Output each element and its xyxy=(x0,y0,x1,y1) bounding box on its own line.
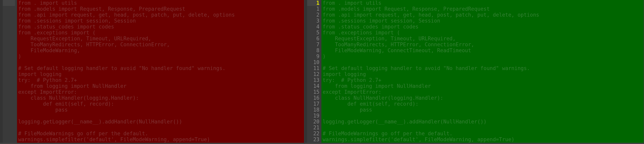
code-line: except ImportError: xyxy=(322,89,644,95)
line-number: 12 xyxy=(307,71,320,77)
line-number xyxy=(3,59,15,65)
line-number xyxy=(3,136,15,142)
line-number: 20 xyxy=(307,119,320,124)
code-line xyxy=(18,113,304,119)
line-number xyxy=(3,71,15,77)
line-number: 5 xyxy=(307,30,320,36)
code-line: RequestException, Timeout, URLRequired, xyxy=(322,36,644,42)
code-line: TooManyRedirects, HTTPError, ConnectionE… xyxy=(18,42,304,48)
code-line: from .status_codes import codes xyxy=(322,24,644,30)
code-line: def emit(self, record): xyxy=(322,101,644,107)
line-number: 3 xyxy=(307,18,320,24)
code-line: from . import utils xyxy=(18,0,304,6)
line-number: 4 xyxy=(307,24,320,30)
left-pane[interactable]: from . import utilsfrom .models import R… xyxy=(0,0,304,144)
line-number xyxy=(3,36,15,42)
code-line: from logging import NullHandler xyxy=(322,83,644,89)
code-line xyxy=(18,59,304,65)
line-number: 1 xyxy=(307,6,320,12)
code-line: class NullHandler(logging.Handler): xyxy=(322,95,644,101)
line-number: 13 xyxy=(307,77,320,83)
code-line: from .sessions import session, Session xyxy=(322,18,644,24)
line-number: 23 xyxy=(307,136,320,142)
fold-column-right xyxy=(304,0,307,144)
code-line: # Set default logging handler to avoid "… xyxy=(322,65,644,71)
line-number: 21 xyxy=(307,124,320,130)
line-number: 1 xyxy=(307,0,320,6)
code-line xyxy=(18,124,304,130)
right-pane[interactable]: 11234567891011121314151617181920212223 f… xyxy=(304,0,644,144)
line-number xyxy=(3,30,15,36)
line-number: 2 xyxy=(307,12,320,18)
code-line: import logging xyxy=(322,71,644,77)
line-number xyxy=(3,18,15,24)
code-line: logging.getLogger(__name__).addHandler(N… xyxy=(18,119,304,124)
line-number xyxy=(3,95,15,101)
line-number xyxy=(3,0,15,6)
code-line: # Set default logging handler to avoid "… xyxy=(18,65,304,71)
code-line: from . import utils xyxy=(322,0,644,6)
code-line: pass xyxy=(18,107,304,113)
code-line: # FileModeWarnings go off per the defaul… xyxy=(322,130,644,136)
code-line: from .exceptions import ( xyxy=(322,30,644,36)
line-number: 7 xyxy=(307,42,320,48)
scrollbar-left[interactable] xyxy=(0,143,304,144)
code-line: RequestException, Timeout, URLRequired, xyxy=(18,36,304,42)
line-number: 9 xyxy=(307,54,320,59)
line-number xyxy=(3,107,15,113)
code-line: from logging import NullHandler xyxy=(18,83,304,89)
line-number: 10 xyxy=(307,59,320,65)
line-number: 18 xyxy=(307,107,320,113)
line-number: 11 xyxy=(307,65,320,71)
code-line: FileModeWarning, xyxy=(18,48,304,54)
code-line xyxy=(322,113,644,119)
code-line: from .models import Request, Response, P… xyxy=(322,6,644,12)
code-line: # FileModeWarnings go off per the defaul… xyxy=(18,130,304,136)
code-line: from .status_codes import codes xyxy=(18,24,304,30)
code-line: from .models import Request, Response, P… xyxy=(18,6,304,12)
line-number: 14 xyxy=(307,83,320,89)
code-line: class NullHandler(logging.Handler): xyxy=(18,95,304,101)
line-number xyxy=(3,130,15,136)
code-right[interactable]: from . import utilsfrom .models import R… xyxy=(322,0,644,144)
code-line: ) xyxy=(322,54,644,59)
gutter-right: 11234567891011121314151617181920212223 xyxy=(307,0,322,144)
code-line xyxy=(322,124,644,130)
line-number xyxy=(3,42,15,48)
code-line: from .api import request, get, head, pos… xyxy=(322,12,644,18)
line-number: 6 xyxy=(307,36,320,42)
code-left[interactable]: from . import utilsfrom .models import R… xyxy=(17,0,304,144)
gutter-left xyxy=(3,0,17,144)
line-number xyxy=(3,65,15,71)
line-number: 16 xyxy=(307,95,320,101)
line-number xyxy=(3,24,15,30)
code-line: def emit(self, record): xyxy=(18,101,304,107)
line-number xyxy=(3,77,15,83)
line-number xyxy=(3,101,15,107)
fold-column-left xyxy=(0,0,3,144)
code-line: try: # Python 2.7+ xyxy=(18,77,304,83)
line-number xyxy=(3,54,15,59)
line-number xyxy=(3,124,15,130)
line-number xyxy=(3,89,15,95)
line-number: 17 xyxy=(307,101,320,107)
scrollbar-right[interactable] xyxy=(304,143,644,144)
code-line: warnings.simplefilter('default', FileMod… xyxy=(322,136,644,142)
line-number: 19 xyxy=(307,113,320,119)
line-number: 8 xyxy=(307,48,320,54)
code-line: from .exceptions import ( xyxy=(18,30,304,36)
code-line: try: # Python 2.7+ xyxy=(322,77,644,83)
code-line: logging.getLogger(__name__).addHandler(N… xyxy=(322,119,644,124)
line-number xyxy=(3,12,15,18)
line-number: 22 xyxy=(307,130,320,136)
code-line: pass xyxy=(322,107,644,113)
code-line: FileModeWarning, ConnectTimeout, ReadTim… xyxy=(322,48,644,54)
code-line: from .sessions import session, Session xyxy=(18,18,304,24)
line-number: 15 xyxy=(307,89,320,95)
code-line: ) xyxy=(18,54,304,59)
code-line: import logging xyxy=(18,71,304,77)
line-number xyxy=(3,83,15,89)
line-number xyxy=(3,119,15,124)
line-number xyxy=(3,113,15,119)
code-line xyxy=(322,59,644,65)
